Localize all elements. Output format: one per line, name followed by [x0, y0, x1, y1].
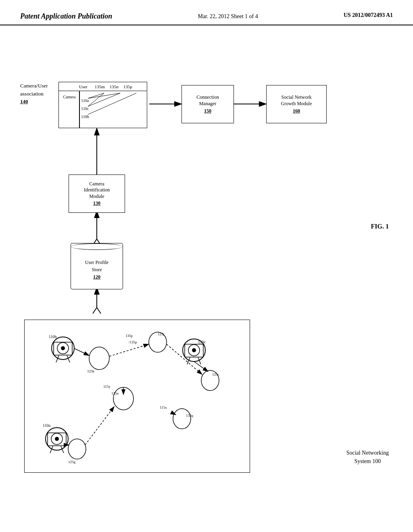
diagram-area: Camera/Userassociation 140 User 135m 135…: [0, 25, 413, 525]
svg-line-11: [93, 308, 97, 314]
connection-manager-box: ConnectionManager 150: [181, 85, 234, 123]
svg-text:125k: 125k: [87, 369, 95, 373]
svg-text:135n: 135n: [111, 391, 119, 395]
cylinder-top: [71, 243, 123, 250]
svg-text:110a: 110a: [43, 423, 51, 428]
svg-text:125i: 125i: [212, 372, 219, 376]
svg-point-46: [68, 439, 86, 459]
svg-text:110c: 110c: [198, 340, 206, 344]
svg-line-14: [88, 93, 104, 106]
publication-title: Patent Application Publication: [20, 12, 112, 21]
svg-text:/135p: /135p: [129, 340, 137, 344]
svg-text:115x: 115x: [160, 405, 167, 409]
scene-svg: 110b 110c 110a 125k 135p 1: [25, 320, 250, 472]
svg-text:135q: 135q: [186, 414, 194, 418]
user-row-header: User 135m 135n 135p: [59, 82, 147, 91]
svg-line-13: [88, 93, 104, 98]
social-networking-scene-box: 110b 110c 110a 125k 135p 1: [24, 320, 250, 473]
social-network-number: 160: [293, 108, 300, 114]
svg-line-12: [97, 308, 101, 314]
page-header: Patent Application Publication Mar. 22, …: [0, 0, 413, 25]
svg-point-27: [192, 348, 196, 352]
camera-user-assoc-box: User 135m 135n 135p Camera 110a 110c 110…: [58, 82, 147, 128]
social-networking-system-label: Social NetworkingSystem 100: [346, 449, 389, 466]
svg-point-39: [89, 347, 109, 370]
camera-column-label: Camera: [60, 94, 78, 100]
publication-date-sheet: Mar. 22, 2012 Sheet 1 of 4: [198, 12, 258, 21]
camera-user-assoc-label: Camera/Userassociation 140: [20, 82, 48, 106]
social-network-module-box: Social NetworkGrowth Module 160: [266, 85, 327, 123]
user-profile-store-box: User Profile Store 120: [71, 243, 123, 289]
camera-id-number: 130: [93, 200, 100, 206]
connection-manager-number: 150: [204, 108, 211, 114]
svg-point-20: [61, 346, 65, 350]
cylinder-content: User Profile Store 120: [71, 250, 123, 289]
svg-line-17: [88, 93, 120, 98]
svg-line-56: [194, 362, 208, 372]
svg-text:125j: 125j: [158, 332, 164, 336]
connection-manager-label: ConnectionManager: [196, 94, 219, 107]
svg-line-15: [88, 93, 120, 106]
svg-text:110b: 110b: [49, 335, 57, 339]
publication-number: US 2012/0072493 A1: [344, 12, 393, 19]
camera-id-label: CameraIdentificationModule: [84, 181, 110, 200]
camera-id-module-box: CameraIdentificationModule 130: [69, 175, 125, 213]
svg-line-55: [74, 348, 89, 355]
svg-text:115y: 115y: [103, 384, 111, 389]
svg-text:125g: 125g: [68, 460, 76, 464]
svg-line-53: [167, 344, 202, 374]
svg-point-50: [173, 409, 191, 429]
svg-line-61: [85, 407, 114, 445]
svg-point-34: [55, 437, 59, 441]
relation-lines: [80, 91, 144, 127]
social-network-label: Social NetworkGrowth Module: [281, 94, 312, 107]
svg-line-52: [109, 344, 149, 356]
fig-label: FIG. 1: [371, 223, 389, 230]
svg-text:135p: 135p: [125, 334, 133, 338]
